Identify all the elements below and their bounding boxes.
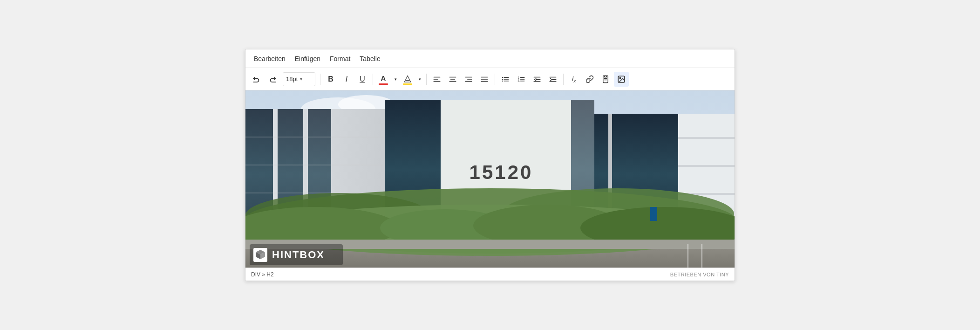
outdent-icon xyxy=(533,75,541,83)
status-bar: DIV » H2 BETRIEBEN VON TINY xyxy=(245,268,735,281)
menu-bar: Bearbeiten Einfügen Format Tabelle xyxy=(245,49,735,68)
outdent-button[interactable] xyxy=(530,72,544,87)
bold-icon: B xyxy=(328,75,333,83)
separator-2 xyxy=(373,74,373,85)
underline-button[interactable]: U xyxy=(355,72,370,87)
image-icon xyxy=(617,75,626,83)
numbered-list-button[interactable]: 1. 2. 3. xyxy=(514,72,529,87)
svg-rect-74 xyxy=(650,207,657,221)
svg-point-15 xyxy=(502,78,503,79)
menu-item-bearbeiten[interactable]: Bearbeiten xyxy=(249,52,290,65)
clipboard-button[interactable] xyxy=(598,72,613,87)
svg-rect-72 xyxy=(687,244,688,268)
highlight-button[interactable] xyxy=(400,72,415,87)
link-button[interactable] xyxy=(582,72,597,87)
font-size-value: 18pt xyxy=(286,76,298,82)
indent-icon xyxy=(549,75,557,83)
highlight-chevron-icon: ▾ xyxy=(419,77,421,82)
clipboard-icon xyxy=(601,75,610,83)
redo-button[interactable] xyxy=(265,72,280,87)
underline-icon: U xyxy=(360,75,365,83)
italic-button[interactable]: I xyxy=(339,72,354,87)
clear-format-icon: Ix xyxy=(572,75,576,83)
font-size-chevron: ▾ xyxy=(300,76,312,82)
menu-item-einfuegen[interactable]: Einfügen xyxy=(290,52,325,65)
align-right-icon xyxy=(464,75,473,83)
svg-rect-58 xyxy=(678,165,735,167)
menu-item-tabelle[interactable]: Tabelle xyxy=(355,52,385,65)
font-color-button[interactable]: A xyxy=(376,72,391,87)
indent-button[interactable] xyxy=(545,72,560,87)
svg-text:3.: 3. xyxy=(518,79,520,82)
align-center-button[interactable] xyxy=(445,72,460,87)
bullet-list-icon xyxy=(501,75,510,83)
separator-4 xyxy=(495,74,495,85)
separator-5 xyxy=(563,74,564,85)
undo-button[interactable] xyxy=(249,72,264,87)
svg-text:HINTBOX: HINTBOX xyxy=(272,249,325,261)
svg-text:15120: 15120 xyxy=(470,161,533,183)
svg-rect-31 xyxy=(605,76,607,77)
separator-1 xyxy=(320,74,320,85)
svg-point-13 xyxy=(502,77,503,78)
highlight-dropdown[interactable]: ▾ xyxy=(416,72,423,87)
font-color-dropdown[interactable]: ▾ xyxy=(392,72,399,87)
link-icon xyxy=(585,75,594,83)
editor-image: 15120 xyxy=(245,90,735,268)
breadcrumb: DIV » H2 xyxy=(251,271,274,278)
font-color-icon: A xyxy=(381,74,386,82)
menu-item-format[interactable]: Format xyxy=(325,52,355,65)
editor-content[interactable]: 15120 xyxy=(245,90,735,268)
italic-icon: I xyxy=(346,75,347,83)
highlight-icon xyxy=(403,75,412,83)
svg-rect-57 xyxy=(678,137,735,139)
editor-container: Bearbeiten Einfügen Format Tabelle 18pt … xyxy=(245,49,735,281)
align-left-icon xyxy=(433,75,441,83)
align-right-button[interactable] xyxy=(461,72,476,87)
align-justify-icon xyxy=(480,75,489,83)
font-color-chevron-icon: ▾ xyxy=(395,77,397,82)
font-color-bar xyxy=(379,83,388,85)
align-left-button[interactable] xyxy=(429,72,444,87)
highlight-color-bar xyxy=(403,83,412,85)
bullet-list-button[interactable] xyxy=(498,72,513,87)
powered-by-text: BETRIEBEN VON TINY xyxy=(670,272,729,277)
svg-point-17 xyxy=(502,80,503,81)
toolbar: 18pt ▾ B I U A ▾ xyxy=(245,68,735,90)
image-button[interactable] xyxy=(614,72,629,87)
align-justify-button[interactable] xyxy=(477,72,492,87)
clear-format-button[interactable]: Ix xyxy=(566,72,581,87)
numbered-list-icon: 1. 2. 3. xyxy=(517,75,525,83)
bold-button[interactable]: B xyxy=(323,72,338,87)
separator-3 xyxy=(426,74,427,85)
svg-rect-73 xyxy=(701,244,702,268)
building-scene-svg: 15120 xyxy=(245,90,735,268)
font-size-select[interactable]: 18pt ▾ xyxy=(283,72,315,86)
align-center-icon xyxy=(449,75,457,83)
svg-point-35 xyxy=(619,77,620,78)
